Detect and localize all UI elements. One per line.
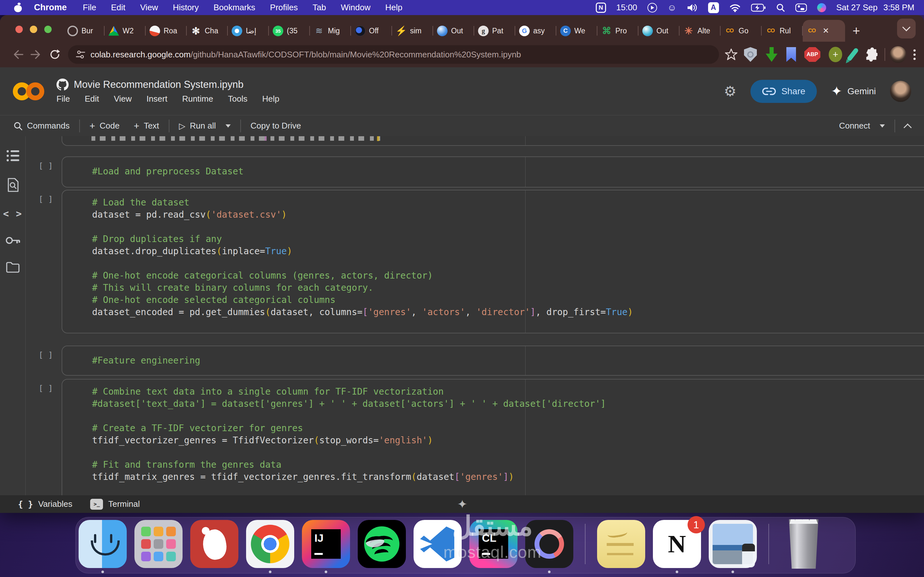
- wifi-icon[interactable]: [729, 3, 741, 12]
- cell-run-button[interactable]: [26, 136, 61, 146]
- colab-menu-help[interactable]: Help: [262, 94, 279, 104]
- files-folder-icon[interactable]: [6, 261, 20, 273]
- forward-button[interactable]: [27, 49, 45, 60]
- dock-preview[interactable]: [709, 520, 757, 568]
- cell-run-button[interactable]: [ ]: [26, 156, 61, 187]
- zoom-window-button[interactable]: [44, 26, 52, 33]
- browser-tab[interactable]: Cha: [187, 20, 228, 42]
- browser-tab[interactable]: Pat: [474, 20, 515, 42]
- cell-run-button[interactable]: [ ]: [26, 346, 61, 376]
- terminal-button[interactable]: >_ Terminal: [90, 499, 140, 510]
- colab-logo[interactable]: [13, 79, 49, 103]
- cell-run-button[interactable]: [ ]: [26, 379, 61, 495]
- code-cell[interactable]: # Combine text data into a single column…: [61, 379, 924, 495]
- share-button[interactable]: Share: [750, 80, 817, 103]
- browser-tab-active[interactable]: ✕: [803, 20, 845, 42]
- new-tab-button[interactable]: +: [845, 20, 867, 42]
- dock-spotify[interactable]: [358, 520, 406, 568]
- variables-button[interactable]: { } Variables: [18, 499, 72, 509]
- colab-menu-tools[interactable]: Tools: [228, 94, 247, 104]
- browser-tab[interactable]: Mig: [310, 20, 351, 42]
- reload-button[interactable]: [45, 49, 64, 60]
- copy-to-drive-button[interactable]: Copy to Drive: [250, 121, 301, 131]
- control-center-icon[interactable]: [795, 3, 807, 12]
- add-code-button[interactable]: +Code: [89, 121, 120, 131]
- colab-menu-runtime[interactable]: Runtime: [182, 94, 213, 104]
- browser-profile-avatar[interactable]: [890, 46, 906, 63]
- browser-tab[interactable]: asy: [515, 20, 556, 42]
- browser-tab[interactable]: Pro: [598, 20, 638, 42]
- code-cell[interactable]: #Load and preprocess Dataset: [61, 156, 924, 187]
- browser-tab[interactable]: Roa: [145, 20, 187, 42]
- colab-menu-insert[interactable]: Insert: [147, 94, 168, 104]
- run-all-button[interactable]: ▷ Run all: [179, 121, 231, 131]
- code-cell[interactable]: # Load the datasetdataset = pd.read_csv(…: [61, 190, 924, 334]
- gemini-button[interactable]: ✦ Gemini: [831, 83, 876, 99]
- browser-tab[interactable]: Go: [720, 20, 762, 42]
- highlighter-extension-icon[interactable]: [846, 47, 859, 62]
- dock-trash[interactable]: [787, 519, 821, 569]
- menu-item-profiles[interactable]: Profiles: [270, 3, 298, 13]
- collapse-toolbar-chevron[interactable]: [903, 123, 911, 131]
- menu-bar-clock[interactable]: Sat 27 Sep3:58 PM: [837, 3, 914, 13]
- download-arrow-extension-icon[interactable]: [765, 47, 778, 62]
- dock-ring-app[interactable]: [525, 520, 573, 568]
- browser-tab[interactable]: (35: [269, 20, 310, 42]
- menu-item-view[interactable]: View: [140, 3, 158, 13]
- url-text[interactable]: colab.research.google.com/github/HanaATa…: [90, 50, 521, 60]
- tab-close-icon[interactable]: ✕: [822, 26, 829, 35]
- chrome-menu-icon[interactable]: [913, 49, 916, 60]
- secrets-key-icon[interactable]: [5, 235, 20, 245]
- colab-menu-edit[interactable]: Edit: [85, 94, 99, 104]
- notion-status-icon[interactable]: N: [596, 3, 606, 13]
- browser-tab[interactable]: إضا: [228, 20, 269, 42]
- browser-tab[interactable]: Out: [433, 20, 474, 42]
- cell-run-button[interactable]: [ ]: [26, 190, 61, 334]
- site-settings-icon[interactable]: [76, 50, 86, 59]
- browser-tab[interactable]: Off: [351, 20, 392, 42]
- minimize-window-button[interactable]: [30, 26, 37, 33]
- browser-tab[interactable]: We: [556, 20, 598, 42]
- code-cell[interactable]: #Feature engineering: [61, 346, 924, 376]
- volume-icon[interactable]: [687, 3, 698, 13]
- battery-icon[interactable]: [751, 3, 766, 12]
- notebook-title[interactable]: Movie Recommendation System.ipynb: [74, 79, 244, 90]
- extensions-puzzle-icon[interactable]: [863, 47, 877, 61]
- browser-tab[interactable]: Alte: [680, 20, 720, 42]
- colab-menu-view[interactable]: View: [114, 94, 132, 104]
- emoji-status-icon[interactable]: ☺: [667, 3, 677, 12]
- table-of-contents-icon[interactable]: [6, 150, 19, 162]
- play-circle-icon[interactable]: [648, 3, 657, 13]
- input-source-icon[interactable]: A: [708, 2, 719, 13]
- find-replace-icon[interactable]: [6, 178, 19, 192]
- browser-tab[interactable]: Rul: [762, 20, 803, 42]
- menu-app-name[interactable]: Chrome: [34, 3, 67, 13]
- shield-extension-icon[interactable]: [744, 47, 757, 62]
- colab-profile-avatar[interactable]: [890, 81, 911, 102]
- bookmark-star-icon[interactable]: [725, 48, 738, 61]
- bookmark-ribbon-extension-icon[interactable]: [787, 47, 796, 62]
- plus-extension-icon[interactable]: +: [829, 47, 842, 62]
- menu-item-tab[interactable]: Tab: [312, 3, 326, 13]
- notebook-scroll-area[interactable]: [ ]#Load and preprocess Dataset[ ]# Load…: [26, 136, 924, 495]
- connect-button[interactable]: Connect: [839, 121, 885, 131]
- colab-menu-file[interactable]: File: [57, 94, 70, 104]
- menu-item-history[interactable]: History: [173, 3, 199, 13]
- menu-item-edit[interactable]: Edit: [111, 3, 126, 13]
- code-snippets-icon[interactable]: < >: [3, 208, 22, 219]
- dock-vscode[interactable]: [414, 520, 462, 568]
- menu-item-file[interactable]: File: [83, 3, 96, 13]
- menu-item-bookmarks[interactable]: Bookmarks: [214, 3, 255, 13]
- apple-menu-icon[interactable]: [14, 3, 22, 12]
- commands-button[interactable]: Commands: [13, 121, 69, 131]
- menu-item-help[interactable]: Help: [385, 3, 402, 13]
- browser-tab[interactable]: sim: [392, 20, 433, 42]
- dock-chrome[interactable]: [246, 520, 294, 568]
- tab-search-button[interactable]: [897, 19, 916, 39]
- dock-clion[interactable]: CL: [469, 520, 517, 568]
- dock-bear[interactable]: [190, 520, 238, 568]
- dock-intellij[interactable]: IJ: [302, 520, 350, 568]
- browser-tab[interactable]: Out: [638, 20, 680, 42]
- dock-notion[interactable]: N1: [653, 520, 701, 568]
- browser-tab[interactable]: W2: [105, 20, 145, 42]
